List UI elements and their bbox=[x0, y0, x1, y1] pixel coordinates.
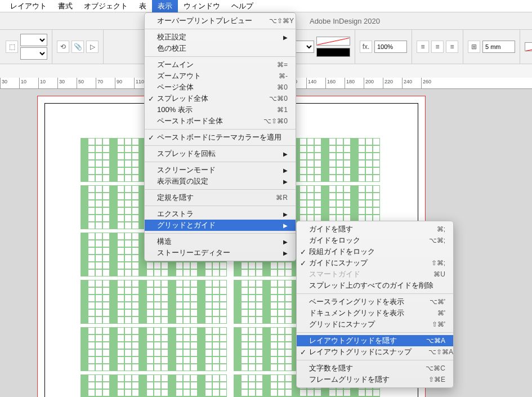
field-2[interactable] bbox=[20, 47, 47, 60]
link-icon[interactable]: ⬚ bbox=[6, 41, 18, 53]
menu-item-label: レイアウトグリッドにスナップ bbox=[309, 347, 412, 357]
menu-item[interactable]: フレームグリッドを隠す⇧⌘E bbox=[297, 374, 453, 385]
menu-item[interactable]: オーバープリントプレビュー⌥⇧⌘Y bbox=[145, 15, 296, 26]
menu-item-label: レイアウトグリッドを隠す bbox=[309, 336, 397, 346]
menu-shortcut: ⌘U bbox=[417, 270, 445, 278]
menu-shortcut: ⌥⇧⌘0 bbox=[247, 117, 288, 125]
menu-item-label: 表示画質の設定 bbox=[157, 176, 208, 186]
menu-item-label: 構造 bbox=[157, 237, 172, 247]
menu-item[interactable]: 校正設定▶ bbox=[145, 32, 296, 43]
menu-shortcut: ⌥⌘' bbox=[413, 298, 445, 306]
menu-item[interactable]: 構造▶ bbox=[145, 236, 296, 247]
menu-item[interactable]: 文字数を隠す⌥⌘C bbox=[297, 363, 453, 374]
menu-item[interactable]: 定規を隠す⌘R bbox=[145, 192, 296, 203]
menu-item[interactable]: スクリーンモード▶ bbox=[145, 164, 296, 176]
menu-item[interactable]: ✓段組ガイドをロック bbox=[297, 246, 453, 257]
menu-item[interactable]: ズームアウト⌘- bbox=[145, 70, 296, 82]
submenu-arrow-icon: ▶ bbox=[266, 179, 288, 185]
menu-item[interactable]: ✓レイアウトグリッドにスナップ⌥⇧⌘A bbox=[297, 346, 453, 358]
menu-item-label: ガイドを隠す bbox=[309, 224, 353, 234]
menu-item[interactable]: ガイドを隠す⌘; bbox=[297, 224, 453, 235]
ruler-tick: 10 bbox=[38, 78, 57, 89]
menu-item[interactable]: ✓ペーストボードにテーマカラーを適用 bbox=[145, 132, 296, 143]
menu-item[interactable]: 100% 表示⌘1 bbox=[145, 104, 296, 115]
menu-shortcut: ⇧⌘; bbox=[414, 259, 445, 267]
menu-item[interactable]: グリッドにスナップ⇧⌘' bbox=[297, 319, 453, 330]
menu-shortcut: ⌥⇧⌘Y bbox=[252, 17, 294, 25]
ruler-tick: 90 bbox=[115, 78, 134, 89]
rotate-icon[interactable]: ⟲ bbox=[57, 41, 69, 53]
ruler-tick: 180 bbox=[345, 78, 364, 89]
menu-shortcut: ⇧⌘' bbox=[415, 320, 445, 328]
submenu-arrow-icon: ▶ bbox=[266, 151, 288, 157]
grids-guides-submenu: ガイドを隠す⌘;ガイドをロック⌥⌘;✓段組ガイドをロック✓ガイドにスナップ⇧⌘;… bbox=[296, 221, 454, 388]
menu-item[interactable]: レイアウトグリッドを隠す⌥⌘A bbox=[297, 335, 453, 346]
menu-item[interactable]: グリッドとガイド▶ bbox=[145, 220, 296, 231]
ruler-tick: 10 bbox=[19, 78, 38, 89]
menubar: レイアウト 書式 オブジェクト 表 表示 ウィンドウ ヘルプ bbox=[0, 0, 532, 12]
fill-none-swatch[interactable] bbox=[316, 37, 350, 46]
menu-shortcut: ⌘- bbox=[262, 72, 288, 80]
menu-type[interactable]: 書式 bbox=[52, 0, 78, 12]
menu-window[interactable]: ウィンドウ bbox=[178, 0, 226, 12]
opacity-input[interactable] bbox=[374, 41, 407, 53]
menu-item-label: 文字数を隠す bbox=[309, 363, 353, 373]
fx-icon[interactable]: fx. bbox=[360, 41, 372, 53]
menu-shortcut: ⌘= bbox=[260, 61, 288, 69]
menu-shortcut: ⌥⌘C bbox=[409, 364, 445, 372]
align-center-icon[interactable]: ≡ bbox=[431, 41, 444, 53]
menu-item[interactable]: ベースライングリッドを表示⌥⌘' bbox=[297, 296, 453, 307]
menu-help[interactable]: ヘルプ bbox=[226, 0, 259, 12]
menu-item-label: 色の校正 bbox=[157, 43, 186, 53]
grid-icon[interactable]: ⊞ bbox=[468, 41, 480, 53]
menu-shortcut: ⌥⌘0 bbox=[252, 95, 288, 102]
menu-item[interactable]: 色の校正 bbox=[145, 43, 296, 54]
menu-item[interactable]: スマートガイド⌘U bbox=[297, 269, 453, 280]
menu-item-label: グリッドにスナップ bbox=[309, 319, 375, 329]
menu-layout[interactable]: レイアウト bbox=[5, 0, 52, 12]
menu-item[interactable]: ページ全体⌘0 bbox=[145, 82, 296, 93]
menu-item[interactable]: ✓スプレッド全体⌥⌘0 bbox=[145, 93, 296, 104]
menu-item[interactable]: エクストラ▶ bbox=[145, 208, 296, 220]
ruler-tick: 30 bbox=[0, 78, 19, 89]
menu-item-label: ズームアウト bbox=[157, 71, 201, 81]
menu-object[interactable]: オブジェクト bbox=[78, 0, 133, 12]
menu-item[interactable]: スプレッド上のすべてのガイドを削除 bbox=[297, 280, 453, 291]
size-input[interactable] bbox=[482, 41, 515, 53]
field-1[interactable] bbox=[20, 34, 47, 46]
submenu-arrow-icon: ▶ bbox=[266, 239, 288, 245]
menu-item-label: ストーリーエディター bbox=[157, 248, 230, 258]
flip-icon[interactable]: ▷ bbox=[86, 41, 99, 53]
menu-item[interactable]: ドキュメントグリッドを表示⌘' bbox=[297, 307, 453, 319]
swatch-2[interactable] bbox=[525, 42, 532, 51]
menu-item-label: スプレッド全体 bbox=[157, 93, 208, 104]
menu-item-label: ページ全体 bbox=[157, 82, 194, 92]
menu-view[interactable]: 表示 bbox=[152, 0, 178, 12]
align-right-icon[interactable]: ≡ bbox=[446, 41, 458, 53]
ruler-tick: 200 bbox=[364, 78, 383, 89]
menu-shortcut: ⇧⌘E bbox=[412, 376, 445, 383]
menu-item[interactable]: スプレッドを回転▶ bbox=[145, 148, 296, 159]
menu-shortcut: ⌘1 bbox=[260, 106, 288, 114]
align-left-icon[interactable]: ≡ bbox=[417, 41, 429, 53]
menu-item[interactable]: ペーストボード全体⌥⇧⌘0 bbox=[145, 115, 296, 127]
menu-shortcut: ⌘; bbox=[420, 225, 445, 233]
stroke-swatch[interactable] bbox=[316, 48, 350, 57]
menu-item[interactable]: ストーリーエディター▶ bbox=[145, 247, 296, 258]
menu-item-label: 段組ガイドをロック bbox=[309, 247, 375, 257]
menu-item[interactable]: ズームイン⌘= bbox=[145, 59, 296, 70]
menu-item-label: フレームグリッドを隠す bbox=[309, 374, 390, 385]
menu-shortcut: ⌥⇧⌘A bbox=[412, 348, 453, 356]
menu-item-label: グリッドとガイド bbox=[157, 220, 216, 230]
menu-item-label: 定規を隠す bbox=[157, 193, 194, 203]
attach-icon[interactable]: 📎 bbox=[71, 41, 84, 53]
menu-table[interactable]: 表 bbox=[133, 0, 152, 12]
menu-item-label: ガイドにスナップ bbox=[309, 258, 368, 268]
menu-item[interactable]: 表示画質の設定▶ bbox=[145, 176, 296, 187]
menu-item-label: ペーストボード全体 bbox=[157, 116, 223, 126]
menu-item-label: 100% 表示 bbox=[157, 105, 193, 115]
menu-item[interactable]: ✓ガイドにスナップ⇧⌘; bbox=[297, 257, 453, 269]
menu-item[interactable]: ガイドをロック⌥⌘; bbox=[297, 235, 453, 246]
view-menu-dropdown: オーバープリントプレビュー⌥⇧⌘Y校正設定▶色の校正ズームイン⌘=ズームアウト⌘… bbox=[144, 12, 296, 261]
menu-item-label: ペーストボードにテーマカラーを適用 bbox=[157, 132, 281, 142]
